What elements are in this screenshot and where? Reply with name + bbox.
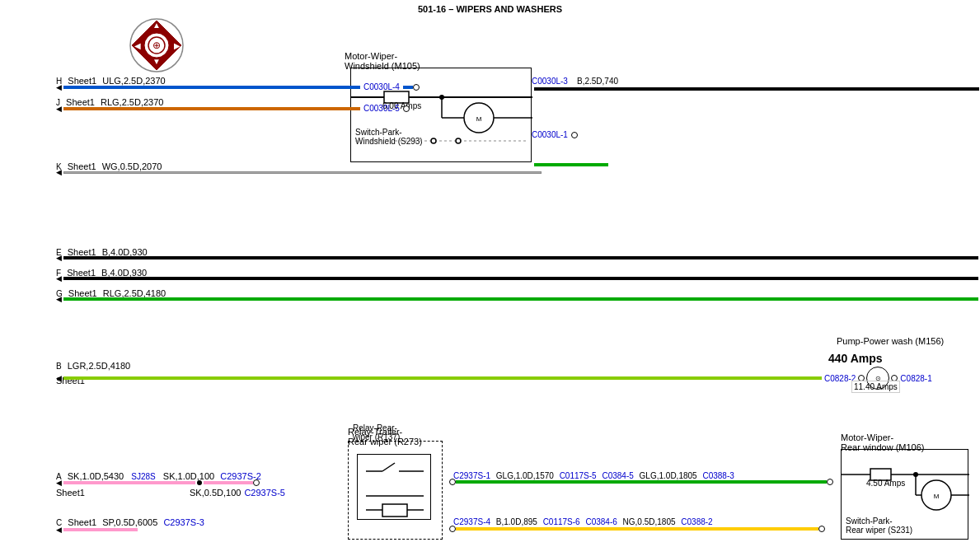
nav-control[interactable]: ▲ ▼ ◀ ▶ ⊕: [128, 16, 185, 74]
wire-K-line: ◀: [56, 168, 542, 176]
svg-text:▶: ▶: [174, 41, 181, 50]
wire-E-line: ◀: [56, 254, 978, 262]
wire-C-line: ◀: [56, 526, 138, 534]
wire-B-line: ◀ C0828-2 ⊙ C0828-1: [56, 367, 932, 390]
relay-inner-box: [357, 454, 431, 520]
detected-amps: 440 Amps: [828, 352, 883, 365]
wire-H-line: ◀ C0030L-4: [56, 82, 420, 91]
wire-A-green-right: [449, 479, 833, 485]
page-title: 501-16 – WIPERS AND WASHERS: [0, 4, 980, 14]
svg-rect-26: [382, 504, 407, 517]
wire-K-green-return: C0030L-1: [532, 130, 578, 139]
pump-amps: 11.40 Amps: [851, 381, 900, 393]
wire-A-sub: SK,0.5D,100 C2937S-5: [190, 488, 285, 498]
svg-text:M: M: [934, 493, 940, 500]
wire-A-sheet: Sheet1: [56, 488, 85, 498]
switch-park-rear-label: Switch-Park- Rear wiper (S231): [846, 517, 912, 535]
pump-label: Pump-Power wash (M156): [837, 336, 944, 346]
motor-rear-amps: 4.50 Amps: [866, 479, 905, 488]
wire-A-pink: ◀: [56, 479, 260, 487]
relay-trailer-box: Relay-Rear- wiper (R137): [348, 441, 443, 540]
svg-text:▼: ▼: [152, 57, 161, 66]
svg-text:⊕: ⊕: [152, 40, 161, 51]
wire-J-line: ◀ C0030L-5: [56, 104, 410, 113]
svg-text:◀: ◀: [134, 41, 141, 50]
motor-rear-box: M 4.50 Amps Switch-Park- Rear wiper (S23…: [841, 449, 968, 540]
wire-F-line: ◀: [56, 274, 978, 283]
relay-rear-label: Relay-Rear- wiper (R137): [353, 423, 400, 442]
wire-H-right: [534, 82, 979, 92]
wire-G-line: ◀: [56, 295, 978, 303]
wire-C-yellow-right: [449, 526, 825, 532]
svg-line-23: [382, 463, 395, 471]
diagram-container: 501-16 – WIPERS AND WASHERS ▲ ▼ ◀ ▶ ⊕ Mo…: [0, 0, 980, 547]
svg-point-20: [431, 138, 436, 143]
svg-text:▲: ▲: [152, 21, 161, 30]
green-bottom-line: [534, 158, 608, 168]
svg-point-21: [456, 138, 461, 143]
svg-text:M: M: [476, 115, 482, 123]
